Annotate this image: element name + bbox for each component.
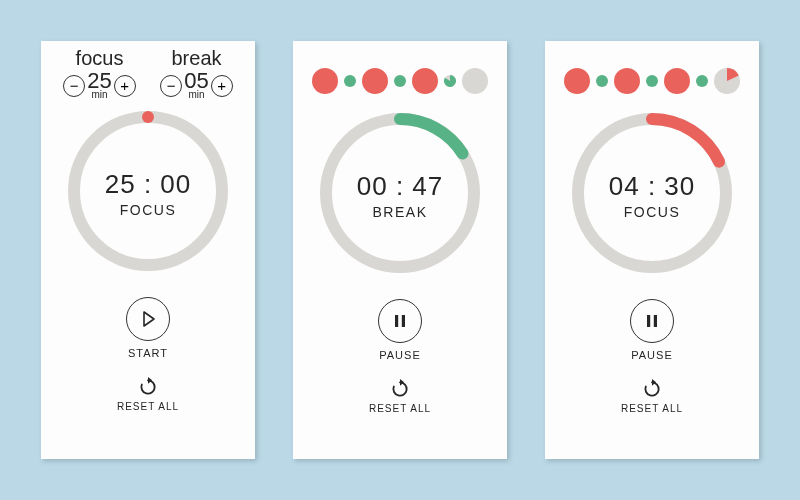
focus-value-number: 25 bbox=[87, 72, 111, 91]
svg-point-13 bbox=[564, 68, 590, 94]
start-button[interactable] bbox=[126, 297, 170, 341]
reset-label: RESET ALL bbox=[369, 403, 431, 414]
focus-value-unit: min bbox=[91, 91, 107, 100]
pomodoro-card-break: 00 : 47BREAK PAUSE RESET ALL bbox=[293, 41, 507, 459]
sessions-dots bbox=[564, 61, 740, 101]
break-stepper: − 05 min + bbox=[160, 72, 232, 99]
break-minus-button[interactable]: − bbox=[160, 75, 182, 97]
pause-button[interactable] bbox=[378, 299, 422, 343]
settings-row: focus − 25 min + break − 05 min + bbox=[51, 47, 245, 99]
reset-icon bbox=[138, 377, 158, 397]
break-done-dot-icon bbox=[596, 75, 608, 87]
break-value: 05 min bbox=[184, 72, 208, 99]
pause-label: PAUSE bbox=[631, 349, 672, 361]
break-done-dot-icon bbox=[344, 75, 356, 87]
reset-icon bbox=[642, 379, 662, 399]
focus-done-dot-icon bbox=[312, 68, 338, 94]
focus-done-dot-icon bbox=[362, 68, 388, 94]
reset-label: RESET ALL bbox=[621, 403, 683, 414]
focus-stepper: − 25 min + bbox=[63, 72, 135, 99]
pomodoro-card-focus: 04 : 30FOCUS PAUSE RESET ALL bbox=[545, 41, 759, 459]
pause-label: PAUSE bbox=[379, 349, 420, 361]
reset-label: RESET ALL bbox=[117, 401, 179, 412]
focus-label: focus bbox=[76, 47, 124, 70]
timer-time: 25 : 00 bbox=[105, 169, 192, 200]
timer-ring: 04 : 30FOCUS bbox=[572, 113, 732, 277]
timer-time: 00 : 47 bbox=[357, 171, 444, 202]
timer-mode: FOCUS bbox=[120, 202, 177, 218]
break-value-unit: min bbox=[188, 91, 204, 100]
play-icon bbox=[139, 310, 157, 328]
reset-icon bbox=[390, 379, 410, 399]
break-done-dot-icon bbox=[696, 75, 708, 87]
pause-button[interactable] bbox=[630, 299, 674, 343]
focus-plus-button[interactable]: + bbox=[114, 75, 136, 97]
svg-point-15 bbox=[614, 68, 640, 94]
timer-mode: BREAK bbox=[373, 204, 428, 220]
focus-empty-dot-icon bbox=[462, 68, 488, 94]
break-progress-dot-icon bbox=[444, 75, 456, 87]
timer-ring: 25 : 00FOCUS bbox=[68, 111, 228, 275]
timer-time: 04 : 30 bbox=[609, 171, 696, 202]
svg-point-14 bbox=[596, 75, 608, 87]
svg-rect-23 bbox=[654, 315, 657, 327]
pause-icon bbox=[392, 313, 408, 329]
focus-done-dot-icon bbox=[412, 68, 438, 94]
break-setting: break − 05 min + bbox=[160, 47, 232, 99]
svg-point-2 bbox=[312, 68, 338, 94]
focus-done-dot-icon bbox=[564, 68, 590, 94]
break-value-number: 05 bbox=[184, 72, 208, 91]
svg-point-17 bbox=[664, 68, 690, 94]
start-label: START bbox=[128, 347, 168, 359]
svg-rect-22 bbox=[647, 315, 650, 327]
svg-point-18 bbox=[696, 75, 708, 87]
focus-minus-button[interactable]: − bbox=[63, 75, 85, 97]
focus-done-dot-icon bbox=[614, 68, 640, 94]
break-plus-button[interactable]: + bbox=[211, 75, 233, 97]
focus-setting: focus − 25 min + bbox=[63, 47, 135, 99]
svg-point-8 bbox=[462, 68, 488, 94]
timer-mode: FOCUS bbox=[624, 204, 681, 220]
focus-done-dot-icon bbox=[664, 68, 690, 94]
timer-ring: 00 : 47BREAK bbox=[320, 113, 480, 277]
svg-point-3 bbox=[344, 75, 356, 87]
svg-point-4 bbox=[362, 68, 388, 94]
svg-point-6 bbox=[412, 68, 438, 94]
pause-icon bbox=[644, 313, 660, 329]
svg-point-16 bbox=[646, 75, 658, 87]
reset-button[interactable]: RESET ALL bbox=[117, 377, 179, 412]
focus-progress-dot-icon bbox=[714, 68, 740, 94]
svg-rect-11 bbox=[395, 315, 398, 327]
pomodoro-card-setup: focus − 25 min + break − 05 min + 25 bbox=[41, 41, 255, 459]
reset-button[interactable]: RESET ALL bbox=[621, 379, 683, 414]
break-done-dot-icon bbox=[394, 75, 406, 87]
svg-rect-12 bbox=[402, 315, 405, 327]
focus-value: 25 min bbox=[87, 72, 111, 99]
sessions-dots bbox=[312, 61, 488, 101]
reset-button[interactable]: RESET ALL bbox=[369, 379, 431, 414]
break-done-dot-icon bbox=[646, 75, 658, 87]
break-label: break bbox=[171, 47, 221, 70]
svg-point-5 bbox=[394, 75, 406, 87]
